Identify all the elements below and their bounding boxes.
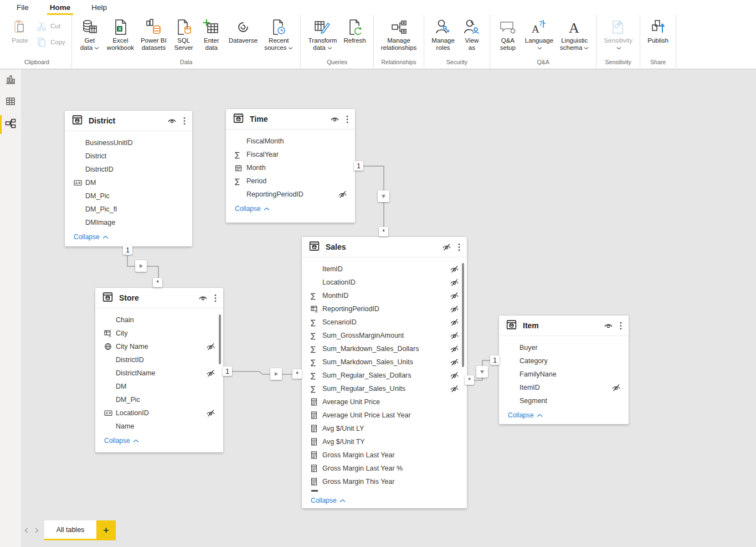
field-row[interactable]: ∑Sum_Markdown_Sales_Units [302,355,467,369]
collapse-link[interactable]: Collapse [95,433,223,450]
field-row[interactable]: ∑Sum_Regular_Sales_Units [302,382,467,395]
field-row[interactable]: LocationID [302,276,467,289]
field-row[interactable]: DMImage [65,216,192,229]
field-row[interactable]: ∑Sum_GrossMarginAmount [302,329,467,342]
language-button[interactable]: A7Language [522,15,557,51]
transform-data-button[interactable]: Transformdata [305,15,340,51]
excel-workbook-button[interactable]: XExcelworkbook [104,15,137,51]
field-row[interactable]: Segment [499,394,629,407]
field-row[interactable]: ∑MonthID [302,289,467,302]
field-row[interactable]: DM_Pic_fl [65,203,192,216]
publish-button[interactable]: Publish [644,15,672,44]
eye-hidden-icon[interactable] [442,243,451,251]
field-row[interactable]: ∑FiscalYear [226,148,355,161]
field-hidden-eye-icon[interactable] [450,292,459,300]
field-row[interactable]: ∑Period [226,174,355,188]
sidebar-item-data-view[interactable] [0,91,21,113]
eye-icon[interactable] [330,116,340,123]
field-hidden-eye-icon[interactable] [450,345,459,353]
table-header[interactable]: District [65,111,192,131]
tab-file[interactable]: File [9,1,37,15]
table-header[interactable]: Store [95,288,223,308]
table-header[interactable]: Item [499,316,629,336]
field-row[interactable]: ItemID [302,262,467,276]
table-scrollbar[interactable] [462,263,464,367]
sidebar-item-model-view[interactable] [0,113,21,136]
more-options-button[interactable] [619,322,623,330]
field-row[interactable]: ∑Sum_Markdown_Sales_Dollars [302,342,467,355]
manage-roles-button[interactable]: Manageroles [428,15,458,51]
table-card-sales[interactable]: Sales ItemIDLocationID∑MonthIDfxReportin… [302,237,467,508]
filter-direction-arrow[interactable] [476,366,488,378]
field-row[interactable]: District [65,149,192,163]
field-hidden-eye-icon[interactable] [338,190,347,198]
cardinality-one-badge[interactable]: 1 [123,245,132,255]
field-row[interactable]: City Name [95,340,223,353]
collapse-link[interactable]: Collapse [302,493,467,510]
recent-sources-button[interactable]: Recentsources [261,15,296,51]
table-scrollbar[interactable] [219,314,221,364]
more-options-button[interactable] [182,117,187,125]
cardinality-one-badge[interactable]: 1 [490,355,500,365]
field-row[interactable]: FiscalMonth [226,135,355,148]
sidebar-item-report-view[interactable] [0,69,21,91]
table-card-district[interactable]: District BusinessUnitIDDistrictDistrictI… [65,111,192,246]
filter-direction-arrow[interactable] [135,260,147,272]
field-row[interactable]: Name [95,420,223,433]
cardinality-one-badge[interactable]: 1 [223,367,232,376]
field-row[interactable]: DistrictName [95,367,223,380]
field-hidden-eye-icon[interactable] [206,369,215,377]
enter-data-button[interactable]: Enterdata [198,15,225,51]
field-row[interactable]: ALocationID [95,406,223,420]
paste-button[interactable]: Paste [6,15,34,44]
field-row[interactable]: Gross Margin Last Year [302,448,467,462]
cardinality-many-badge[interactable]: * [153,278,162,287]
field-row[interactable]: Category [499,354,629,368]
linguistic-schema-button[interactable]: ALinguisticschema [557,15,592,51]
tab-home[interactable]: Home [42,1,79,15]
field-row[interactable]: Avg $/Unit LY [302,422,467,435]
sensitivity-button[interactable]: Sensitivity [600,15,636,51]
field-row[interactable]: Avg $/Unit TY [302,435,467,448]
eye-icon[interactable] [198,295,208,302]
filter-direction-arrow[interactable] [378,190,389,202]
field-hidden-eye-icon[interactable] [450,265,459,273]
sql-server-button[interactable]: SQLServer [170,15,198,51]
tab-help[interactable]: Help [84,1,115,15]
field-row[interactable]: fxCity [95,327,223,340]
field-row[interactable]: Gross Margin This Year [302,475,467,488]
field-row[interactable]: ADM [65,176,192,189]
cardinality-many-badge[interactable]: * [379,227,388,236]
field-row[interactable]: DistrictID [95,353,223,367]
more-options-button[interactable] [345,115,349,123]
field-hidden-eye-icon[interactable] [206,343,215,350]
field-row[interactable]: ItemID [499,381,629,394]
cardinality-one-badge[interactable]: 1 [354,161,363,171]
field-row[interactable]: ∑ScenarioID [302,316,467,329]
cardinality-many-badge[interactable]: * [292,369,302,379]
eye-icon[interactable] [167,117,177,125]
eye-icon[interactable] [604,322,613,329]
dataverse-button[interactable]: Dataverse [225,15,261,44]
field-row[interactable]: Average Unit Price Last Year [302,409,467,422]
field-row[interactable]: Month [226,161,355,174]
field-hidden-eye-icon[interactable] [450,358,459,366]
more-options-button[interactable] [457,243,461,251]
table-header[interactable]: Time [226,109,355,130]
field-hidden-eye-icon[interactable] [450,385,459,393]
field-hidden-eye-icon[interactable] [450,371,459,379]
field-hidden-eye-icon[interactable] [611,384,621,391]
manage-relationships-button[interactable]: Managerelationships [378,15,420,51]
field-row[interactable]: ReportingPeriodID [226,188,355,201]
field-row[interactable]: DistrictID [65,163,192,176]
table-card-item[interactable]: Item BuyerCategoryFamilyNaneItemIDSegmen… [499,316,629,424]
table-card-store[interactable]: Store ChainfxCityCity NameDistrictIDDist… [95,288,223,452]
field-row[interactable]: DM [95,380,223,393]
get-data-button[interactable]: Getdata [76,15,104,51]
table-header[interactable]: Sales [302,237,467,257]
field-row[interactable]: fxReportingPeriodID [302,302,467,316]
collapse-link[interactable]: Collapse [226,201,355,218]
field-row[interactable]: Gross Margin Last Year % [302,462,467,475]
view-as-button[interactable]: Viewas [458,15,486,51]
field-row[interactable]: DM_Pic [65,189,192,203]
